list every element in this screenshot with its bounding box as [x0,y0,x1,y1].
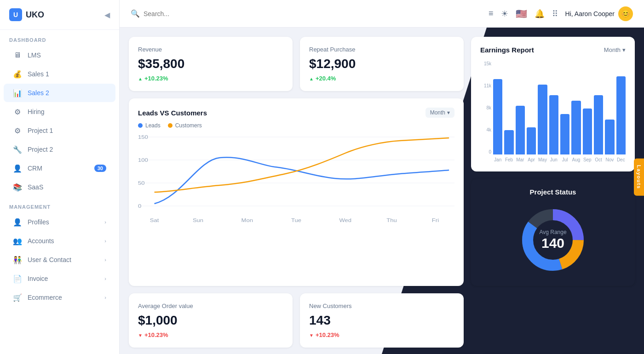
sidebar-item-label: Project 1 [28,127,106,134]
sidebar-item-ecommerce[interactable]: 🛒 Ecommerce › [4,288,115,307]
sidebar-item-label: Sales 2 [28,89,106,97]
bar [516,106,525,154]
user-contact-icon: 👫 [13,255,22,264]
layouts-sidebar-btn[interactable]: Layouts [634,159,644,196]
sidebar-item-project2[interactable]: 🔧 Project 2 [4,140,115,159]
sidebar-item-label: Sales 1 [28,70,106,78]
x-label: Apr [527,157,536,162]
sidebar-item-lms[interactable]: 🖥 LMS [4,46,115,64]
trend-down-icon [309,331,314,338]
chevron-right-icon: › [104,295,106,300]
sidebar-item-label: SaaS [28,183,106,191]
svg-text:100: 100 [138,157,148,163]
sidebar-item-profiles[interactable]: 👤 Profiles › [4,213,115,231]
x-label: Sep [583,157,592,162]
x-axis-labels: JanFebMarAprMayJunJulAugSepOctNovDec [480,157,626,162]
x-label: Oct [594,157,603,162]
grid-apps-icon[interactable]: ⠿ [552,9,558,19]
sidebar-item-label: Project 2 [28,146,106,153]
invoice-icon: 📄 [13,274,22,283]
svg-text:Sat: Sat [150,217,159,223]
theme-toggle-icon[interactable]: ☀ [501,9,508,19]
accounts-icon: 👥 [13,236,22,246]
sidebar-item-accounts[interactable]: 👥 Accounts › [4,232,115,250]
dropdown-arrow-icon: ▾ [622,46,626,53]
crm-badge: 30 [94,165,106,172]
header: 🔍 ≡ ☀ 🇺🇸 🔔 ⠿ Hi, Aaron Cooper 😊 [120,0,644,28]
svg-text:Tue: Tue [291,217,301,223]
revenue-label: Revenue [138,46,283,53]
revenue-value: $35,800 [138,57,283,71]
repeat-purchase-value: $12,900 [309,57,454,71]
sidebar-item-crm[interactable]: 👤 CRM 30 [4,159,115,177]
new-customers-value: 143 [309,313,454,328]
sidebar-item-label: User & Contact [28,256,99,263]
sidebar-item-label: CRM [28,165,89,172]
sidebar: U UKO ◀ DASHBOARD 🖥 LMS 💰 Sales 1 📊 Sale… [0,0,120,354]
bar [583,108,592,154]
bar-item [594,95,603,154]
menu-lines-icon[interactable]: ≡ [489,9,494,18]
sidebar-item-label: Invoice [28,275,99,282]
bar [560,114,569,154]
donut-center-label: Avg Range 140 [539,229,566,251]
language-flag-icon[interactable]: 🇺🇸 [516,8,527,19]
sidebar-item-label: Profiles [28,218,99,226]
x-label: May [538,157,547,162]
search-input[interactable] [144,10,236,17]
sales2-icon: 📊 [13,88,22,97]
bar [616,76,626,154]
chevron-right-icon: › [104,276,106,281]
new-customers-label: New Customers [309,303,454,309]
legend-leads: Leads [138,122,161,129]
lms-icon: 🖥 [13,51,22,60]
hiring-icon: ⚙ [13,107,22,116]
x-label: Aug [571,157,581,162]
svg-text:150: 150 [138,134,148,140]
logo-text: UKO [26,10,44,20]
dashboard-section-label: DASHBOARD [0,30,119,46]
notification-bell-icon[interactable]: 🔔 [535,9,545,19]
collapse-button[interactable]: ◀ [104,11,110,19]
leads-legend: Leads Customers [138,122,454,129]
bar [549,95,558,154]
x-label: Dec [616,157,626,162]
earnings-bar-chart: 15k 11k 8k 4k 0 JanFebMarAprMayJunJulAug… [480,61,626,162]
bar-item [549,95,558,154]
sidebar-item-user-contact[interactable]: 👫 User & Contact › [4,251,115,269]
user-greeting[interactable]: Hi, Aaron Cooper 😊 [565,6,633,21]
bar-item [571,101,581,154]
chevron-right-icon: › [104,257,106,263]
new-customers-card: New Customers 143 +10.23% [300,293,464,348]
logo-icon: U [9,8,22,21]
crm-icon: 👤 [13,164,22,173]
sidebar-item-project1[interactable]: ⚙ Project 1 [4,121,115,140]
sidebar-item-label: Hiring [28,108,106,115]
repeat-purchase-card: Repeat Purchase $12,900 +20.4% [300,37,464,91]
x-label: Mar [516,157,525,162]
header-actions: ≡ ☀ 🇺🇸 🔔 ⠿ Hi, Aaron Cooper 😊 [489,6,633,21]
sidebar-item-sales2[interactable]: 📊 Sales 2 [4,84,115,102]
revenue-card: Revenue $35,800 +10.23% [129,37,293,91]
revenue-trend: +10.23% [138,75,283,82]
month-selector[interactable]: Month ▾ [604,46,626,53]
sidebar-item-saas[interactable]: 📚 SaaS [4,178,115,196]
sales1-icon: 💰 [13,69,22,79]
customers-dot [168,123,172,128]
leads-dot [138,123,143,128]
sidebar-item-hiring[interactable]: ⚙ Hiring [4,103,115,121]
x-label: Nov [605,157,614,162]
bar-item [560,114,569,154]
main-area: 🔍 ≡ ☀ 🇺🇸 🔔 ⠿ Hi, Aaron Cooper 😊 Revenue … [120,0,644,354]
svg-text:Wed: Wed [339,217,351,223]
chevron-right-icon: › [104,219,106,225]
leads-line-chart: 150 100 50 0 Sat Sun Mon Tue Wed Thu Fri [138,132,454,224]
repeat-purchase-trend: +20.4% [309,75,454,82]
bar-item [516,106,525,154]
bar-item [538,85,547,154]
leads-month-selector[interactable]: Month ▾ [426,108,454,118]
sidebar-item-invoice[interactable]: 📄 Invoice › [4,269,115,288]
sidebar-item-sales1[interactable]: 💰 Sales 1 [4,65,115,83]
bar [605,120,614,154]
earnings-report-card: Earnings Report Month ▾ 15k 11k 8k 4k 0 [471,37,635,171]
